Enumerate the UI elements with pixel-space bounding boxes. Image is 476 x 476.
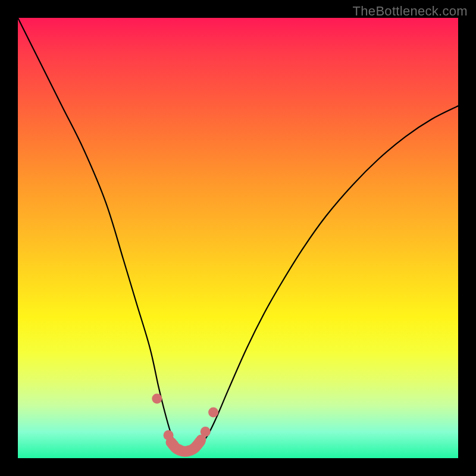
chart-frame: TheBottleneck.com — [0, 0, 476, 476]
marker-dot — [201, 427, 211, 437]
marker-dot — [208, 408, 218, 418]
marker-dot — [181, 446, 191, 456]
marker-dot — [190, 443, 200, 453]
marker-dot — [164, 430, 174, 440]
marker-dot — [152, 394, 162, 404]
chart-svg — [18, 18, 458, 458]
bottleneck-curve — [18, 18, 458, 452]
plot-area — [18, 18, 458, 458]
watermark-text: TheBottleneck.com — [353, 4, 468, 19]
